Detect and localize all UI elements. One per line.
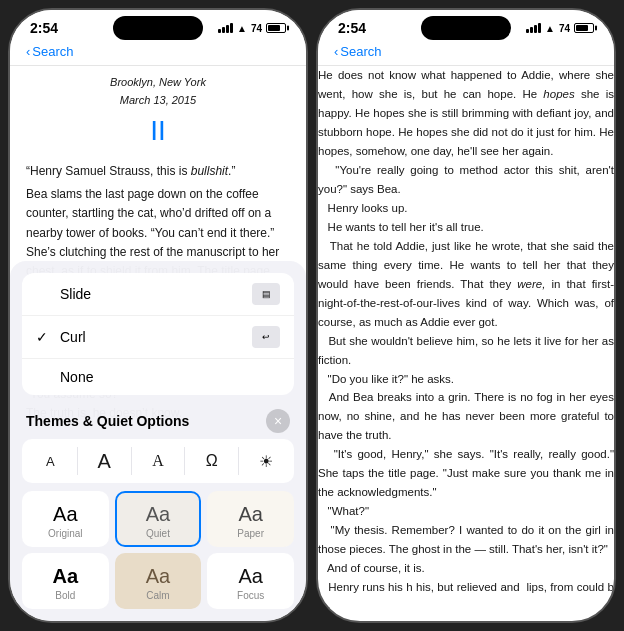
quiet-option-label: Quiet Options: [97, 413, 190, 429]
book-header: Brooklyn, New York March 13, 2015 II: [26, 74, 290, 154]
left-back-button[interactable]: ‹ Search: [26, 44, 74, 59]
right-para-6: But she wouldn't believe him, so he lets…: [318, 332, 614, 370]
theme-bold[interactable]: Aa Bold: [22, 553, 109, 609]
right-battery-label: 74: [559, 23, 570, 34]
right-battery-icon: [574, 23, 594, 33]
themes-title: Themes &: [26, 413, 97, 429]
left-time: 2:54: [30, 20, 58, 36]
right-status-bar: 2:54 ▲ 74: [318, 10, 614, 40]
right-time: 2:54: [338, 20, 366, 36]
font-small-button[interactable]: A: [28, 445, 73, 477]
left-back-label: Search: [32, 44, 73, 59]
battery-label: 74: [251, 23, 262, 34]
themes-bar: Themes & Quiet Options ×: [22, 403, 294, 439]
curl-checkmark: ✓: [36, 329, 52, 345]
left-nav-bar: ‹ Search: [10, 40, 306, 66]
theme-quiet-aa: Aa: [125, 503, 192, 526]
right-text: He does not know what happened to Addie,…: [318, 66, 614, 616]
chevron-left-icon: ‹: [26, 44, 30, 59]
theme-original[interactable]: Aa Original: [22, 491, 109, 547]
theme-bold-aa: Aa: [32, 565, 99, 588]
font-style-button[interactable]: A: [136, 445, 181, 477]
curl-icon-box: ↩: [252, 326, 280, 348]
slide-icon-box: ▤: [252, 283, 280, 305]
right-chevron-left-icon: ‹: [334, 44, 338, 59]
right-status-icons: ▲ 74: [526, 23, 594, 34]
right-back-button[interactable]: ‹ Search: [334, 44, 382, 59]
right-nav-bar: ‹ Search: [318, 40, 614, 66]
right-para-12: And of course, it is.: [318, 559, 614, 578]
right-para-2: "You're really going to method actor thi…: [318, 161, 614, 199]
dynamic-island: [113, 16, 203, 40]
theme-quiet[interactable]: Aa Quiet: [115, 491, 202, 547]
right-dynamic-island: [421, 16, 511, 40]
curl-icon: ↩: [262, 332, 270, 342]
font-controls-row: A A A Ω ☀: [22, 439, 294, 483]
curl-label: Curl: [60, 329, 86, 345]
theme-calm-aa: Aa: [125, 565, 192, 588]
battery-icon: [266, 23, 286, 33]
right-para-3: Henry looks up.: [318, 199, 614, 218]
right-para-5: That he told Addie, just like he wrote, …: [318, 237, 614, 332]
theme-calm-label: Calm: [125, 590, 192, 601]
right-para-11: "My thesis. Remember? I wanted to do it …: [318, 521, 614, 559]
transition-none[interactable]: None: [22, 359, 294, 395]
transition-curl[interactable]: ✓ Curl ↩: [22, 316, 294, 359]
theme-focus[interactable]: Aa Focus: [207, 553, 294, 609]
left-book-content: Brooklyn, New York March 13, 2015 II “He…: [10, 66, 306, 431]
theme-focus-aa: Aa: [217, 565, 284, 588]
right-para-7: "Do you like it?" he asks.: [318, 370, 614, 389]
overlay-panel: Slide ▤ ✓ Curl ↩: [10, 261, 306, 621]
page-number: 524: [318, 616, 614, 623]
right-back-label: Search: [340, 44, 381, 59]
right-para-8: And Bea breaks into a grin. There is no …: [318, 388, 614, 445]
font-format-button[interactable]: Ω: [189, 445, 234, 477]
book-location: Brooklyn, New York March 13, 2015: [26, 74, 290, 109]
chapter-number: II: [26, 109, 290, 154]
slide-label: Slide: [60, 286, 91, 302]
theme-paper-aa: Aa: [217, 503, 284, 526]
brightness-button[interactable]: ☀: [243, 445, 288, 477]
theme-bold-label: Bold: [32, 590, 99, 601]
close-button[interactable]: ×: [266, 409, 290, 433]
theme-quiet-label: Quiet: [125, 528, 192, 539]
right-para-13: Henry runs his h​​​​ his, but relieved a…: [318, 578, 614, 616]
right-para-9: "It's good, Henry," she says. "It's real…: [318, 445, 614, 502]
left-phone: 2:54 ▲ 74 ‹ Search: [8, 8, 308, 623]
left-status-bar: 2:54 ▲ 74: [10, 10, 306, 40]
none-label: None: [60, 369, 93, 385]
themes-label: Themes & Quiet Options: [26, 412, 189, 430]
book-para1: “Henry Samuel Strauss, this is bullshit.…: [26, 162, 290, 181]
wifi-icon: ▲: [237, 23, 247, 34]
theme-paper-label: Paper: [217, 528, 284, 539]
right-para-10: "What?": [318, 502, 614, 521]
right-wifi-icon: ▲: [545, 23, 555, 34]
theme-grid: Aa Original Aa Quiet Aa Paper Aa Bold: [22, 491, 294, 609]
font-large-button[interactable]: A: [82, 445, 127, 477]
theme-original-label: Original: [32, 528, 99, 539]
right-signal-icon: [526, 23, 541, 33]
right-book-content: He does not know what happened to Addie,…: [318, 66, 614, 616]
right-para-4: He wants to tell her it's all true.: [318, 218, 614, 237]
right-phone: 2:54 ▲ 74 ‹ Search: [316, 8, 616, 623]
slide-icon: ▤: [262, 289, 271, 299]
transition-menu: Slide ▤ ✓ Curl ↩: [22, 273, 294, 395]
theme-paper[interactable]: Aa Paper: [207, 491, 294, 547]
theme-calm[interactable]: Aa Calm: [115, 553, 202, 609]
left-status-icons: ▲ 74: [218, 23, 286, 34]
signal-icon: [218, 23, 233, 33]
theme-focus-label: Focus: [217, 590, 284, 601]
theme-original-aa: Aa: [32, 503, 99, 526]
right-para-1: He does not know what happened to Addie,…: [318, 66, 614, 161]
transition-slide[interactable]: Slide ▤: [22, 273, 294, 316]
